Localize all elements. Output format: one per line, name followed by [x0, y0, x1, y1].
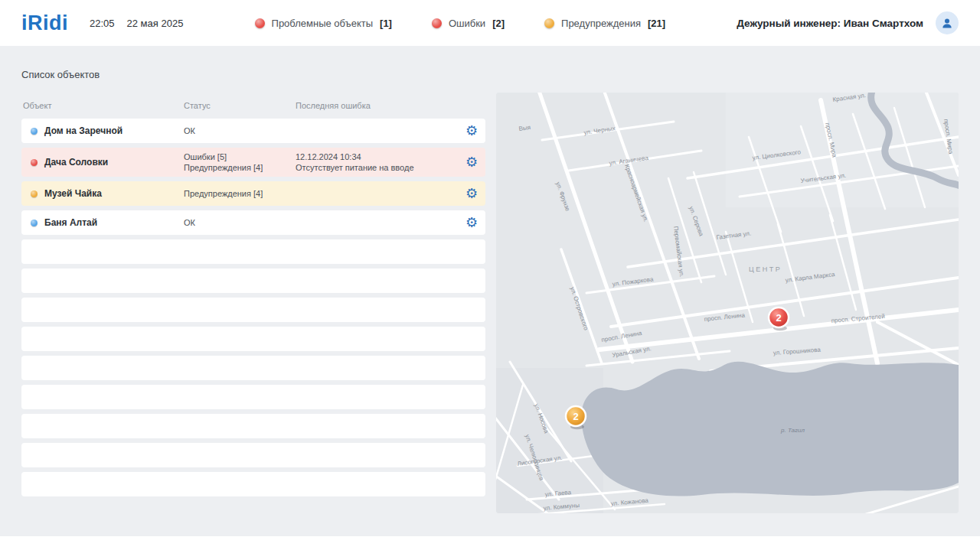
indicator-warnings: Предупреждения [21]	[544, 18, 665, 29]
current-date: 22 мая 2025	[127, 18, 184, 29]
street-label: р. Тагил	[780, 427, 805, 434]
clock-time: 22:05	[90, 18, 115, 29]
status-line-1: Ошибки [5]	[184, 151, 296, 162]
empty-table-row	[21, 356, 485, 380]
dashboard-page: iRidi 22:05 22 мая 2025 Проблемные объек…	[0, 0, 980, 536]
table-body: Дом на Заречной ОК ⚙ Дача Соловки Ошибки…	[21, 119, 485, 496]
object-name: Баня Алтай	[44, 217, 184, 228]
object-status: ОК	[184, 217, 296, 228]
street-label: ЦЕНТР	[749, 265, 782, 273]
table-header: Объект Статус Последняя ошибка	[21, 93, 485, 119]
status-line-1: Предупреждения [4]	[184, 188, 296, 199]
table-row[interactable]: Музей Чайка Предупреждения [4] ⚙	[21, 181, 485, 206]
table-row[interactable]: Дом на Заречной ОК ⚙	[21, 119, 485, 143]
status-dot	[544, 18, 554, 28]
error-line-1: 12.12.2024 10:34	[296, 151, 458, 162]
indicator-label: Проблемные объекты	[272, 18, 374, 29]
user-avatar-button[interactable]	[936, 11, 959, 34]
status-indicators: Проблемные объекты [1] Ошибки [2] Предуп…	[255, 18, 666, 29]
indicator-label: Ошибки	[449, 18, 485, 29]
indicator-count: [1]	[380, 18, 392, 29]
empty-table-row	[21, 472, 485, 496]
status-line-1: ОК	[184, 217, 296, 228]
status-dot	[432, 18, 442, 28]
object-status: Ошибки [5] Предупреждения [4]	[184, 151, 296, 173]
objects-table: Объект Статус Последняя ошибка Дом на За…	[21, 93, 485, 501]
object-name: Дача Соловки	[44, 157, 184, 168]
gear-icon[interactable]: ⚙	[466, 155, 478, 169]
table-row[interactable]: Баня Алтай ОК ⚙	[21, 210, 485, 235]
content-row: Объект Статус Последняя ошибка Дом на За…	[21, 93, 959, 513]
main-content: Список объектов Объект Статус Последняя …	[0, 46, 980, 536]
top-bar: iRidi 22:05 22 мая 2025 Проблемные объек…	[0, 0, 980, 46]
gear-icon[interactable]: ⚙	[466, 187, 478, 200]
object-name: Музей Чайка	[44, 188, 184, 199]
indicator-label: Предупреждения	[561, 18, 641, 29]
object-last-error: 12.12.2024 10:34 Отсутствует питание на …	[296, 151, 458, 173]
city-map[interactable]: Красная ул.Выяул. Черныхул. Аганичеваул.…	[496, 93, 959, 513]
column-status: Статус	[184, 101, 296, 110]
empty-table-row	[21, 239, 485, 264]
empty-table-row	[21, 327, 485, 351]
object-status-dot	[31, 190, 38, 197]
empty-table-row	[21, 414, 485, 438]
page-title: Список объектов	[21, 69, 959, 80]
empty-table-row	[21, 385, 485, 409]
empty-table-row	[21, 268, 485, 293]
svg-text:2: 2	[776, 312, 781, 324]
object-name: Дом на Заречной	[44, 125, 184, 136]
object-status-dot	[31, 220, 38, 226]
indicator-problem-objects: Проблемные объекты [1]	[255, 18, 392, 29]
table-row[interactable]: Дача Соловки Ошибки [5] Предупреждения […	[21, 148, 485, 177]
column-object: Объект	[23, 101, 184, 110]
column-last-error: Последняя ошибка	[296, 101, 458, 110]
empty-table-row	[21, 298, 485, 322]
object-status-dot	[31, 159, 38, 166]
object-status: Предупреждения [4]	[184, 188, 296, 199]
indicator-errors: Ошибки [2]	[432, 18, 505, 29]
user-icon	[940, 16, 954, 30]
engineer-on-duty: Дежурный инженер: Иван Смартхом	[737, 18, 923, 29]
app-logo[interactable]: iRidi	[21, 11, 68, 35]
indicator-count: [2]	[492, 18, 505, 29]
error-line-2: Отсутствует питание на вводе	[296, 162, 458, 173]
empty-table-row	[21, 443, 485, 467]
indicator-count: [21]	[648, 18, 665, 29]
datetime: 22:05 22 мая 2025	[90, 18, 183, 29]
gear-icon[interactable]: ⚙	[466, 216, 478, 229]
object-status: ОК	[184, 125, 296, 136]
svg-text:2: 2	[573, 411, 578, 422]
object-status-dot	[31, 128, 38, 135]
status-dot	[255, 18, 265, 28]
map-panel[interactable]: Красная ул.Выяул. Черныхул. Аганичеваул.…	[496, 93, 959, 513]
status-line-2: Предупреждения [4]	[184, 162, 296, 173]
gear-icon[interactable]: ⚙	[466, 124, 478, 138]
status-line-1: ОК	[184, 125, 296, 136]
